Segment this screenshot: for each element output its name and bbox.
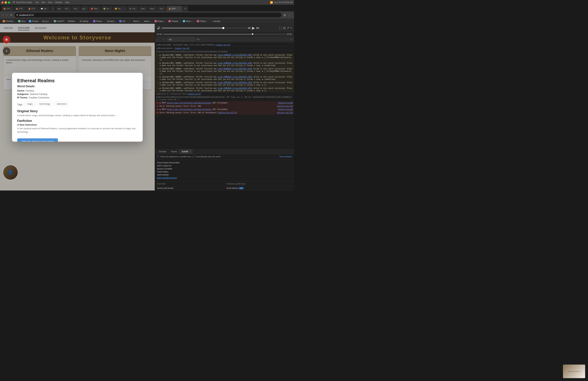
bookmark-ipasset[interactable]: IP Asset [27,19,40,23]
tab-cov[interactable]: 🟢 cov... [101,6,112,11]
menu-help[interactable]: Help [65,1,69,4]
tab-story[interactable]: 📖 Sto... [39,6,50,11]
bookmark-pinata[interactable]: Pinata l... [153,19,167,23]
create-fanfiction-button[interactable]: CREATE NEW FANFICTION [17,138,58,142]
error-icon-4: ● [156,112,159,114]
tab-unt[interactable]: Unt... [72,6,80,11]
forward-button[interactable]: › [6,13,8,17]
video-progress-bar[interactable] [162,28,246,28]
console-tab-autofill[interactable]: Autofill × [180,149,192,154]
console-error-1: ● ▶ POST https://api.storyprotocol.net/a… [155,101,294,105]
bookmark-ethglob[interactable]: ETHGlob... [1,19,16,23]
menu-window[interactable]: Window [55,1,63,4]
bookmark-pinata2[interactable]: Pinata l... [195,19,209,23]
extensions-icon[interactable]: ⊞ [283,13,286,17]
fullscreen-icon[interactable]: ⛶ [279,26,282,30]
bookmark-chatgpt[interactable]: ChatGPT [52,19,66,23]
console-warn-5: ⚠ ▶ [DynamicSDK] [WARN]: usePromise: Fet… [155,81,294,87]
tab-his[interactable]: 🟠 His... × [113,6,127,11]
menu-view[interactable]: View [48,1,52,4]
play-button[interactable]: ▶ [252,26,255,30]
tab-this[interactable]: This... [157,6,166,11]
modal-ip-terms: IP Terms: Creative Commons [17,96,138,99]
tab-unc[interactable]: Unc... [63,6,71,11]
minimize-btn[interactable] [5,1,7,4]
back-button[interactable]: ‹ [2,13,4,17]
console-error-2: ● Error fetching assets: Error: Error: 4… [155,105,294,108]
menu-icon[interactable]: ⋮ [288,13,292,17]
browser-toolbar: ‹ › ↻ localhost:5174 ⊞ ⋮ [0,11,294,19]
share-icon[interactable]: ↗ [287,26,289,30]
browser-chrome: 🦊 ETH... 🦊 ETH... 🦊 ETH... 📖 Sto... $ sd… [0,5,294,24]
maximize-btn[interactable] [8,1,10,4]
console-tab-issues[interactable]: Issues [169,149,180,154]
menu-edit[interactable]: Edit [42,1,45,4]
modal-title: Ethereal Realms [17,78,138,84]
bookmark-parsaat[interactable]: parsaat... [210,19,223,23]
menu-file[interactable]: File [35,1,39,4]
video-progress-thumb[interactable] [222,27,224,29]
tab-dollar[interactable]: $ [50,6,55,11]
autofill-field-email: #email_field (email) [155,186,225,190]
bookmark-dynamic[interactable]: Dynamic... [105,19,117,23]
bookmark-walrus[interactable]: walrus... [143,19,152,23]
tab-par[interactable]: par... [81,6,88,11]
tab-eth3[interactable]: 🦊 ETH... [26,6,38,11]
tab-eth2[interactable]: 🦊 ETH... [14,6,26,11]
tab-you[interactable]: ▶ You... [128,6,139,11]
autofill-badge: attr [239,187,243,189]
console-expand[interactable]: › [155,114,294,118]
pip-icon[interactable]: ⊡ [283,26,285,30]
bookmark-story-li[interactable]: Story li... [132,19,142,23]
tab-new-tab[interactable]: + [183,6,188,11]
tab-eth-close[interactable]: × [178,7,180,10]
rewind-button[interactable]: ⏮ [248,26,251,30]
bookmark-pimlico[interactable]: Pimlico... [92,19,105,23]
console-error-3: ● ▶ POST https://api.storyprotocol.net/a… [155,108,294,111]
volume-icon[interactable]: 🔊 [157,26,160,30]
console-error-4: ● Error fetching assets: Error: Error: 4… [155,111,294,114]
tab-his-close[interactable]: × [123,7,125,10]
warn-icon-2: ⚠ [156,62,159,64]
tab-eth-active[interactable]: 🦊 ETH... × [167,6,182,11]
reload-button[interactable]: ↻ [9,13,13,17]
dt-elements-btn[interactable]: ⬚ [156,38,161,41]
forward-button-vc[interactable]: ⏭ [256,26,259,30]
bookmark-vite-close[interactable]: × [127,19,131,23]
show-test-checkbox[interactable] [157,156,159,158]
modal-tag-magic: magic [24,102,35,106]
bookmark-pinataa[interactable]: PinataA... [167,19,181,23]
tab-eth1[interactable]: 🦊 ETH... [1,6,13,11]
modal: Ethereal Realms World Details Genre: Fan… [12,73,143,142]
auto-open-checkbox[interactable]: ✓ [192,156,195,158]
video-progress-fill [162,28,223,28]
modal-original-story-title: Original Story [17,110,138,113]
autofill-col2-header: Predicted autofill value [225,182,294,186]
bookmark-react[interactable]: React -... [182,19,195,23]
devtools-panel: 🔊 ⏮ ▶ ⏭ ⛶ ⊡ ↗ × 02:54 03:52 [155,24,294,190]
time-thumb[interactable] [252,33,253,35]
console-line-hash: 0x6817da3156f3d0825592e5a376f8ba766a8b56… [155,96,294,101]
tab-sdk[interactable]: sdk [56,6,63,11]
address-bar[interactable]: localhost:5174 [14,13,281,17]
console-tab-console[interactable]: Console [156,149,169,154]
bookmark-ethglob2[interactable]: EthGlob... [66,19,78,23]
autofill-tab-close[interactable]: × [189,151,190,153]
autofill-email[interactable]: attari.parsa@gmail.com [157,176,292,179]
bookmark-adding[interactable]: adding... [78,19,91,23]
dt-filter-input[interactable] [167,38,195,41]
console-warn-2: ⚠ ▶ [DynamicSDK] [WARN]: usePromise: Fet… [155,62,294,67]
bookmark-getan[interactable]: Get an I... [41,19,52,23]
close-btn[interactable] [1,1,4,4]
tab-how[interactable]: How... [139,6,148,11]
tab-new[interactable]: New... [148,6,157,11]
auto-open-label: Automatically open this panel [196,156,221,158]
dt-console-btn[interactable]: ≡ [161,38,165,41]
send-feedback-link[interactable]: Send feedback [279,156,292,158]
bookmark-story[interactable]: Story [17,19,27,23]
bookmark-vite[interactable]: Vite [118,19,127,23]
devtools-close-btn[interactable]: × [290,38,293,41]
tab-rem[interactable]: 🔴 Rem... [89,6,101,11]
devtools-close-icon[interactable]: × [290,26,292,30]
modal-overlay[interactable]: Ethereal Realms World Details Genre: Fan… [0,24,155,190]
